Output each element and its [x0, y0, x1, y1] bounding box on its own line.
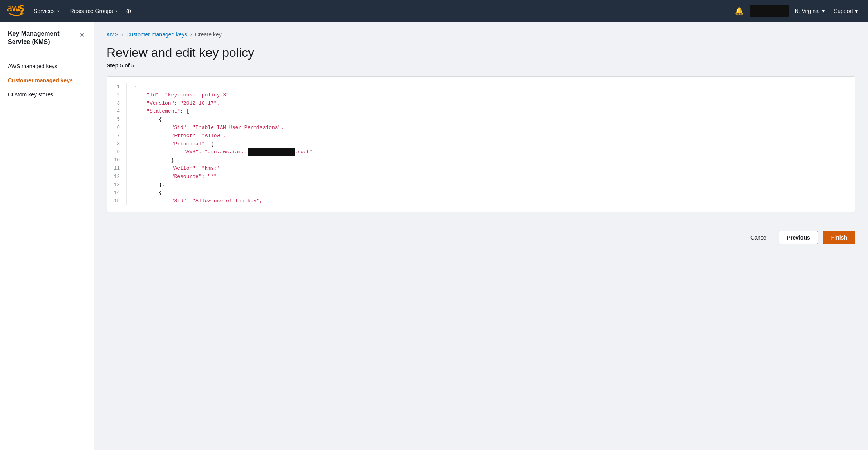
sidebar-item-aws-managed-keys[interactable]: AWS managed keys — [0, 59, 94, 73]
breadcrumb-create-key: Create key — [195, 31, 222, 38]
sidebar-title: Key Management Service (KMS) — [8, 30, 78, 46]
sidebar: Key Management Service (KMS) ✕ AWS manag… — [0, 22, 94, 450]
resource-groups-nav[interactable]: Resource Groups ▾ — [65, 0, 123, 22]
previous-button[interactable]: Previous — [779, 231, 818, 244]
code-line-4: "Statement": [ — [134, 107, 847, 116]
footer-actions: Cancel Previous Finish — [107, 225, 855, 250]
step-label: Step 5 of 5 — [107, 62, 855, 69]
code-line-15: "Sid": "Allow use of the key", — [134, 197, 847, 205]
breadcrumb-sep-2: › — [190, 32, 192, 37]
sidebar-header: Key Management Service (KMS) ✕ — [0, 30, 94, 54]
region-label: N. Virginia — [795, 8, 820, 14]
code-line-1: { — [134, 83, 847, 91]
code-line-3: "Version": "2012-10-17", — [134, 100, 847, 108]
code-line-8: "Principal": { — [134, 140, 847, 149]
code-line-12: "Resource": "*" — [134, 173, 847, 181]
support-label: Support — [834, 8, 853, 14]
pin-nav[interactable]: ⊕ — [123, 0, 135, 22]
services-chevron-icon: ▾ — [57, 9, 59, 13]
cancel-button[interactable]: Cancel — [744, 231, 774, 244]
breadcrumb: KMS › Customer managed keys › Create key — [107, 31, 855, 38]
code-text: { "Id": "key-consolepolicy-3", "Version"… — [127, 83, 855, 205]
code-line-10: }, — [134, 156, 847, 165]
main-content: KMS › Customer managed keys › Create key… — [94, 22, 868, 450]
pin-icon: ⊕ — [126, 7, 132, 15]
code-line-7: "Effect": "Allow", — [134, 132, 847, 140]
code-editor[interactable]: 1 2 3 4 5 6 7 8 9 10 11 12 13 14 15 — [107, 76, 855, 212]
code-line-13: }, — [134, 181, 847, 189]
aws-logo[interactable] — [6, 5, 25, 17]
sidebar-item-custom-key-stores[interactable]: Custom key stores — [0, 87, 94, 102]
top-navigation: Services ▾ Resource Groups ▾ ⊕ 🔔 N. Virg… — [0, 0, 868, 22]
code-line-11: "Action": "kms:*", — [134, 165, 847, 173]
breadcrumb-customer-managed-keys[interactable]: Customer managed keys — [126, 31, 187, 38]
resource-groups-chevron-icon: ▾ — [115, 9, 117, 13]
code-line-5: { — [134, 116, 847, 124]
code-content: 1 2 3 4 5 6 7 8 9 10 11 12 13 14 15 — [107, 77, 855, 212]
services-label: Services — [34, 8, 55, 14]
code-line-14: { — [134, 189, 847, 197]
redacted-account-id — [248, 148, 295, 156]
code-line-2: "Id": "key-consolepolicy-3", — [134, 91, 847, 100]
code-line-9: "AWS": "arn:aws:iam:: :root" — [134, 148, 847, 156]
region-selector[interactable]: N. Virginia ▾ — [791, 8, 828, 14]
line-numbers: 1 2 3 4 5 6 7 8 9 10 11 12 13 14 15 — [107, 83, 127, 205]
support-nav[interactable]: Support ▾ — [830, 8, 862, 14]
page-layout: Key Management Service (KMS) ✕ AWS manag… — [0, 22, 868, 450]
page-title: Review and edit key policy — [107, 45, 855, 60]
breadcrumb-kms[interactable]: KMS — [107, 31, 118, 38]
sidebar-item-customer-managed-keys[interactable]: Customer managed keys — [0, 73, 94, 87]
support-chevron-icon: ▾ — [855, 8, 858, 14]
notifications-bell-icon[interactable]: 🔔 — [730, 7, 748, 15]
resource-groups-label: Resource Groups — [70, 8, 113, 14]
account-bar[interactable] — [750, 5, 789, 17]
breadcrumb-sep-1: › — [121, 32, 123, 37]
code-line-6: "Sid": "Enable IAM User Permissions", — [134, 124, 847, 132]
region-chevron-icon: ▾ — [822, 8, 825, 14]
services-nav[interactable]: Services ▾ — [28, 0, 65, 22]
finish-button[interactable]: Finish — [823, 231, 855, 244]
sidebar-close-icon[interactable]: ✕ — [78, 30, 86, 40]
